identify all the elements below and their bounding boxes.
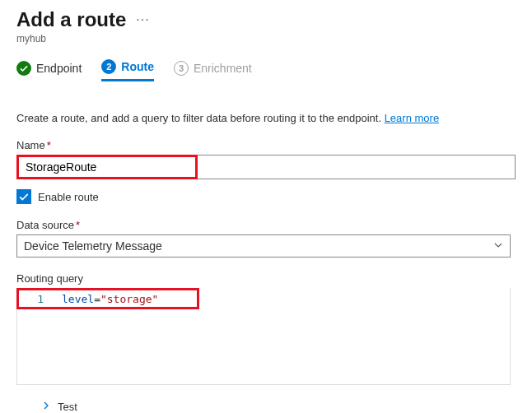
step-number: 3 [174, 61, 189, 76]
name-label: Name* [16, 139, 516, 151]
chevron-down-icon [493, 239, 503, 253]
step-label: Enrichment [194, 62, 252, 75]
step-endpoint[interactable]: Endpoint [16, 61, 82, 81]
query-code: level="storage" [52, 293, 158, 305]
step-number: 2 [101, 59, 116, 74]
name-input-ext[interactable] [198, 155, 516, 179]
step-label: Route [121, 60, 154, 73]
data-source-label: Data source* [16, 219, 516, 231]
intro-body: Create a route, and add a query to filte… [16, 112, 385, 124]
step-route[interactable]: 2 Route [101, 59, 154, 81]
enable-route-checkbox[interactable] [16, 189, 31, 204]
breadcrumb: myhub [16, 33, 516, 44]
routing-query-label: Routing query [16, 272, 516, 285]
routing-query-editor[interactable]: 1 level="storage" [16, 288, 511, 385]
query-editor-body[interactable] [16, 309, 511, 385]
step-label: Endpoint [36, 62, 82, 75]
more-icon[interactable]: ··· [136, 12, 149, 27]
check-icon [16, 61, 31, 76]
wizard-stepper: Endpoint 2 Route 3 Enrichment [16, 59, 516, 82]
line-number: 1 [19, 293, 52, 305]
data-source-value: Device Telemetry Message [24, 239, 162, 253]
enable-route-label: Enable route [38, 191, 99, 203]
page-title: Add a route [16, 8, 126, 31]
learn-more-link[interactable]: Learn more [385, 112, 439, 124]
query-editor-ext[interactable] [199, 288, 511, 309]
test-toggle[interactable]: Test [41, 400, 516, 413]
name-highlight [16, 155, 198, 179]
test-label: Test [58, 401, 77, 413]
step-enrichment[interactable]: 3 Enrichment [174, 61, 252, 81]
chevron-right-icon [41, 400, 51, 413]
name-input[interactable] [19, 157, 195, 177]
query-highlight: 1 level="storage" [16, 288, 199, 309]
intro-text: Create a route, and add a query to filte… [16, 112, 516, 124]
data-source-select[interactable]: Device Telemetry Message [16, 234, 511, 258]
